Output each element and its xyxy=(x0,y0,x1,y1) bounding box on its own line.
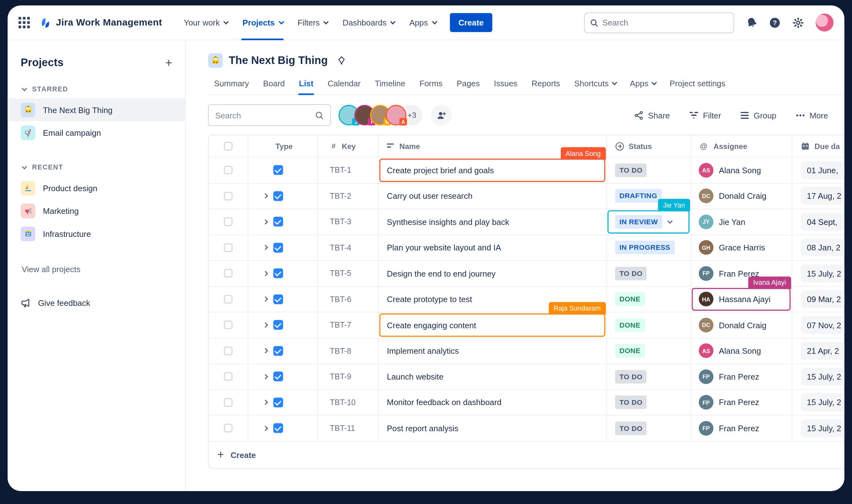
row-checkbox[interactable] xyxy=(224,243,233,252)
task-type-icon[interactable] xyxy=(273,191,283,201)
expand-row-icon[interactable] xyxy=(263,400,269,404)
due-date-cell[interactable]: 07 Nov, 2 xyxy=(792,312,845,338)
expand-row-icon[interactable] xyxy=(263,323,269,327)
sidebar-section-recent[interactable]: RECENT xyxy=(7,163,185,171)
status-chip[interactable]: IN REVIEW xyxy=(615,215,662,228)
status-chip[interactable]: DONE xyxy=(615,318,645,332)
select-all-checkbox[interactable] xyxy=(224,142,233,150)
due-date-cell[interactable]: 04 Sept, xyxy=(792,209,845,235)
sidebar-item-the-next-big-thing[interactable]: The Next Big Thing xyxy=(7,98,185,121)
due-date-cell[interactable]: 17 Aug, 2 xyxy=(792,183,845,209)
help-icon[interactable]: ? xyxy=(769,17,781,29)
name-cell[interactable]: Monitor feedback on dashboard xyxy=(379,390,607,415)
create-button[interactable]: Create xyxy=(450,13,493,32)
view-all-projects-link[interactable]: View all projects xyxy=(7,265,185,274)
tab-timeline[interactable]: Timeline xyxy=(369,73,411,94)
task-type-icon[interactable] xyxy=(273,372,283,381)
add-project-icon[interactable]: + xyxy=(165,57,172,69)
nav-item-filters[interactable]: Filters xyxy=(290,5,335,40)
name-cell[interactable]: Synthesise insights and play back xyxy=(379,209,607,235)
row-checkbox[interactable] xyxy=(224,192,233,200)
name-cell[interactable]: Create project brief and goalsAlana Song xyxy=(379,158,607,183)
global-search[interactable] xyxy=(584,12,734,33)
tab-reports[interactable]: Reports xyxy=(526,73,566,94)
name-cell[interactable]: Create prototype to test xyxy=(379,287,607,312)
row-checkbox[interactable] xyxy=(224,424,233,433)
brand[interactable]: Jira Work Management xyxy=(39,16,162,29)
tab-issues[interactable]: Issues xyxy=(488,73,524,94)
row-checkbox[interactable] xyxy=(224,269,233,278)
sidebar-item-marketing[interactable]: Marketing xyxy=(7,199,185,222)
name-cell[interactable]: Design the end to end journey xyxy=(379,261,607,287)
status-chip[interactable]: DONE xyxy=(615,344,645,358)
expand-row-icon[interactable] xyxy=(263,246,269,250)
app-switcher-icon[interactable] xyxy=(19,17,31,29)
rename-project-icon[interactable] xyxy=(337,56,346,65)
task-type-icon[interactable] xyxy=(273,217,283,227)
status-chip[interactable]: DONE xyxy=(615,292,645,306)
tab-board[interactable]: Board xyxy=(257,73,291,94)
name-cell[interactable]: Launch website xyxy=(379,364,607,390)
assignee-cell[interactable]: DCDonald Craig xyxy=(691,183,793,209)
sidebar-item-product-design[interactable]: Product design xyxy=(7,176,185,199)
collaborator-avatar-A[interactable]: A xyxy=(386,105,406,126)
tab-project-settings[interactable]: Project settings xyxy=(663,73,731,94)
tab-shortcuts[interactable]: Shortcuts xyxy=(568,73,622,94)
expand-row-icon[interactable] xyxy=(263,298,269,301)
task-type-icon[interactable] xyxy=(273,165,283,175)
status-chip[interactable]: TO DO xyxy=(615,421,647,435)
group-button[interactable]: Group xyxy=(741,111,776,120)
nav-item-projects[interactable]: Projects xyxy=(235,5,290,40)
due-date-cell[interactable]: 09 Mar, 2 xyxy=(792,287,845,312)
due-date-cell[interactable]: 21 Apr, 2 xyxy=(792,338,845,364)
row-checkbox[interactable] xyxy=(224,217,233,226)
row-checkbox[interactable] xyxy=(224,295,233,304)
assignee-cell[interactable]: FPFran Perez xyxy=(691,415,793,441)
column-header-status[interactable]: Status xyxy=(607,135,691,158)
sidebar-item-infrastructure[interactable]: Infrastructure xyxy=(7,222,185,245)
task-type-icon[interactable] xyxy=(273,346,283,356)
assignee-cell[interactable]: FPFran Perez xyxy=(691,390,793,415)
column-header-type[interactable]: Type xyxy=(248,135,318,158)
due-date-cell[interactable]: 01 June, xyxy=(792,158,845,183)
list-search-input[interactable] xyxy=(215,111,315,120)
row-checkbox[interactable] xyxy=(224,166,233,175)
expand-row-icon[interactable] xyxy=(263,220,269,224)
due-date-cell[interactable]: 15 July, 2 xyxy=(792,390,845,415)
status-chip[interactable]: TO DO xyxy=(615,267,647,280)
task-type-icon[interactable] xyxy=(273,242,283,252)
assignee-cell[interactable]: FPFran Perez xyxy=(691,261,793,287)
expand-row-icon[interactable] xyxy=(263,426,269,430)
assignee-cell[interactable]: JYJie Yan xyxy=(691,209,793,235)
sidebar-section-starred[interactable]: STARRED xyxy=(7,85,185,93)
task-type-icon[interactable] xyxy=(273,294,283,304)
assignee-cell[interactable]: FPFran Perez xyxy=(691,364,793,390)
row-checkbox[interactable] xyxy=(224,372,233,381)
tab-pages[interactable]: Pages xyxy=(450,73,485,94)
global-search-input[interactable] xyxy=(602,18,728,27)
create-issue-row[interactable]: + Create xyxy=(209,441,845,468)
expand-row-icon[interactable] xyxy=(263,194,269,198)
status-chip[interactable]: IN PROGRESS xyxy=(615,241,675,254)
row-checkbox[interactable] xyxy=(224,321,233,329)
list-search[interactable] xyxy=(208,104,331,126)
add-people-button[interactable] xyxy=(431,105,452,126)
task-type-icon[interactable] xyxy=(273,268,283,278)
column-header-due-date[interactable]: Due da xyxy=(792,135,845,158)
nav-item-dashboards[interactable]: Dashboards xyxy=(335,5,402,40)
chevron-down-icon[interactable] xyxy=(667,220,671,224)
tab-summary[interactable]: Summary xyxy=(208,73,255,94)
nav-item-apps[interactable]: Apps xyxy=(402,5,443,40)
assignee-cell[interactable]: GHGrace Harris xyxy=(691,235,793,261)
expand-row-icon[interactable] xyxy=(263,349,269,353)
due-date-cell[interactable]: 15 July, 2 xyxy=(792,415,845,441)
assignee-cell[interactable]: HAHassana AjayiIvana Ajayi xyxy=(691,287,793,312)
column-header-key[interactable]: # Key xyxy=(318,135,379,158)
name-cell[interactable]: Plan your website layout and IA xyxy=(379,235,607,261)
tab-calendar[interactable]: Calendar xyxy=(322,73,367,94)
name-cell[interactable]: Post report analysis xyxy=(379,415,607,441)
expand-row-icon[interactable] xyxy=(263,272,269,275)
tab-forms[interactable]: Forms xyxy=(413,73,448,94)
sidebar-item-email-campaign[interactable]: Email campaign xyxy=(7,121,185,144)
status-chip[interactable]: TO DO xyxy=(615,396,647,409)
